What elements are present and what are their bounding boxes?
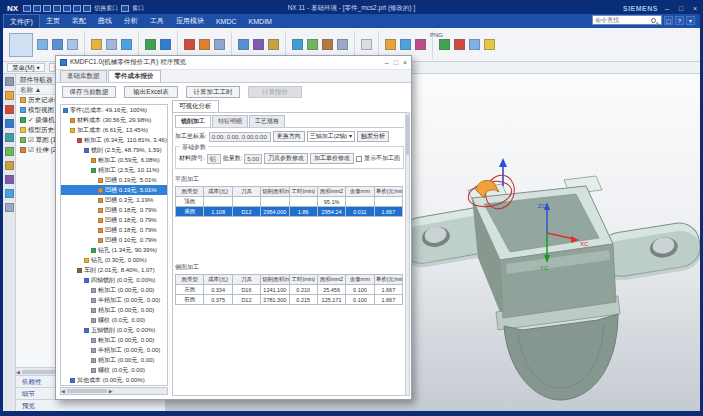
- tree-item[interactable]: 五轴铣削 (0.0元, 0.00%): [61, 325, 167, 335]
- column-header[interactable]: 面积mm2: [317, 275, 345, 285]
- show-nonmachined-checkbox[interactable]: [356, 156, 362, 162]
- ribbon-icon[interactable]: [214, 39, 225, 50]
- close-button[interactable]: ×: [690, 5, 700, 12]
- tree-item[interactable]: 凹槽 0.19元, 5.01%: [61, 175, 167, 185]
- ribbon-icon[interactable]: [469, 39, 480, 50]
- tree-item[interactable]: 粗加工 (0.00元, 0.00): [61, 335, 167, 345]
- axis-mode-select[interactable]: 三轴加工(Z轴) ▾: [307, 131, 355, 142]
- copy-icon[interactable]: [63, 5, 71, 12]
- tree-item[interactable]: 螺纹 (0.0元, 0.00): [61, 315, 167, 325]
- table-row[interactable]: 顶面 95.1%: [176, 197, 403, 207]
- tree-item[interactable]: 粗加工 (6.34元, 110.81%, 3.46): [61, 135, 167, 145]
- menu-button[interactable]: 菜单(M) ▾: [7, 63, 45, 72]
- dialog-tab[interactable]: 零件成本报价: [108, 70, 161, 82]
- ribbon-icon[interactable]: [9, 33, 33, 57]
- ribbon-icon[interactable]: [184, 39, 195, 50]
- table-row[interactable]: 底面1.108D122954.000 1.862954.240.0111.667: [176, 207, 403, 217]
- analysis-inner-tab[interactable]: 铣削加工: [175, 115, 211, 127]
- ribbon-tab[interactable]: 曲线: [92, 14, 118, 28]
- tree-item[interactable]: 粗加工 (0.59元, 6.08%): [61, 155, 167, 165]
- tree-item[interactable]: 精加工 (0.00元, 0.00): [61, 355, 167, 365]
- column-header[interactable]: 切削面积(mm²): [261, 187, 289, 197]
- ribbon-icon[interactable]: [292, 39, 303, 50]
- resource-bar-icon[interactable]: [5, 133, 14, 142]
- tree-item[interactable]: 钻孔 (1.34元, 90.39%): [61, 245, 167, 255]
- ribbon-icon[interactable]: [439, 39, 450, 50]
- column-header[interactable]: 刀具: [232, 275, 260, 285]
- navigator-section[interactable]: 预览: [16, 399, 165, 411]
- ribbon-icon[interactable]: [322, 39, 333, 50]
- ribbon-icon[interactable]: [400, 39, 411, 50]
- ribbon-icon[interactable]: [106, 39, 117, 50]
- switch-window-icon[interactable]: [83, 5, 91, 12]
- ribbon-icon[interactable]: [91, 39, 102, 50]
- ribbon-icon[interactable]: [145, 39, 156, 50]
- tree-item[interactable]: 材料成本 (30.56元, 29.98%): [61, 115, 167, 125]
- analysis-inner-tab[interactable]: 工艺规格: [249, 115, 285, 127]
- ribbon-icon[interactable]: [454, 39, 465, 50]
- dialog-titlebar[interactable]: KMDFC1.0(机械零件报价工具) 程序预览 – □ ×: [56, 56, 411, 70]
- switch-window-label[interactable]: 切换窗口: [94, 4, 118, 13]
- ribbon-tab[interactable]: 工具: [144, 14, 170, 28]
- tree-item[interactable]: 凹槽 0.10元, 0.79%: [61, 235, 167, 245]
- tree-hscrollbar[interactable]: ◀▶: [60, 387, 168, 395]
- dialog-action-button[interactable]: 计算加工工时: [186, 86, 240, 98]
- mcs-input[interactable]: 0.00, 0.00, 0.00,0.00: [209, 132, 271, 142]
- tree-item[interactable]: 凹槽 0.18元, 0.79%: [61, 205, 167, 215]
- tree-item[interactable]: 半精加工 (0.00元, 0.00): [61, 345, 167, 355]
- column-header[interactable]: 单价(元/min): [374, 187, 402, 197]
- ribbon-icon[interactable]: [67, 39, 78, 50]
- column-header[interactable]: 单价(元/min): [374, 275, 402, 285]
- command-search-input[interactable]: [595, 17, 651, 23]
- tree-item[interactable]: 凹槽 0.18元, 0.79%: [61, 225, 167, 235]
- analysis-tab[interactable]: 可视化分析: [172, 100, 219, 112]
- ribbon-icon[interactable]: [307, 39, 318, 50]
- resource-bar-icon[interactable]: [5, 91, 14, 100]
- help-icon[interactable]: ?: [675, 16, 684, 25]
- cut-icon[interactable]: [53, 5, 61, 12]
- resource-bar-icon[interactable]: [5, 175, 14, 184]
- maximize-button[interactable]: □: [676, 5, 686, 12]
- dialog-minimize-button[interactable]: –: [385, 59, 389, 66]
- ribbon-icon[interactable]: [199, 39, 210, 50]
- resource-bar-icon[interactable]: [5, 161, 14, 170]
- ribbon-icon[interactable]: [337, 39, 348, 50]
- material-input[interactable]: 铝: [207, 154, 221, 164]
- ribbon-icon[interactable]: [268, 39, 279, 50]
- paste-icon[interactable]: [73, 5, 81, 12]
- ribbon-tab[interactable]: KMDC: [210, 16, 243, 27]
- column-header[interactable]: 余量mm: [346, 187, 374, 197]
- ribbon-tab[interactable]: KMDIM: [243, 16, 278, 27]
- ribbon-tab[interactable]: 文件(F): [3, 14, 40, 29]
- command-finder[interactable]: [592, 15, 662, 25]
- dialog-action-button[interactable]: 保存当前数据: [62, 86, 116, 98]
- table-row[interactable]: 右面0.375D122781.300 0.215125.1710.1001.66…: [176, 295, 403, 305]
- tree-item[interactable]: 半精加工 (0.00元, 0.00): [61, 295, 167, 305]
- column-header[interactable]: 工时(min): [289, 275, 317, 285]
- dialog-action-button[interactable]: 输出Excel表: [124, 86, 178, 98]
- ribbon-tab[interactable]: 主页: [40, 14, 66, 28]
- tree-item[interactable]: 螺纹 (0.0元, 0.00): [61, 365, 167, 375]
- column-header[interactable]: 成本(元): [204, 275, 232, 285]
- window-menu-label[interactable]: 窗口: [132, 4, 144, 13]
- dialog-action-button[interactable]: 计算报价: [248, 86, 302, 98]
- column-header[interactable]: 面类型: [176, 275, 204, 285]
- tree-item[interactable]: 精加工 (0.00元, 0.00): [61, 305, 167, 315]
- ribbon-icon[interactable]: [253, 39, 264, 50]
- ribbon-icon[interactable]: [415, 39, 426, 50]
- redo-icon[interactable]: [43, 5, 51, 12]
- tree-item[interactable]: 凹槽 0.3元, 1.19%: [61, 195, 167, 205]
- column-header[interactable]: 切削面积(mm²): [261, 275, 289, 285]
- resource-bar-icon[interactable]: [5, 105, 14, 114]
- analyze-button[interactable]: 触发分析: [357, 131, 389, 142]
- tree-item[interactable]: 钻孔 (0.30元, 0.00%): [61, 255, 167, 265]
- ribbon-icon[interactable]: [52, 39, 63, 50]
- undo-icon[interactable]: [33, 5, 41, 12]
- column-header[interactable]: 成本(元): [204, 187, 232, 197]
- dialog-tab[interactable]: 基础库数据: [60, 70, 107, 82]
- batch-input[interactable]: 5.00: [244, 154, 262, 164]
- ribbon-tab[interactable]: 分析: [118, 14, 144, 28]
- window-menu-icon[interactable]: [121, 5, 129, 12]
- ribbon-icon[interactable]: [37, 39, 48, 50]
- dialog-close-button[interactable]: ×: [403, 59, 407, 66]
